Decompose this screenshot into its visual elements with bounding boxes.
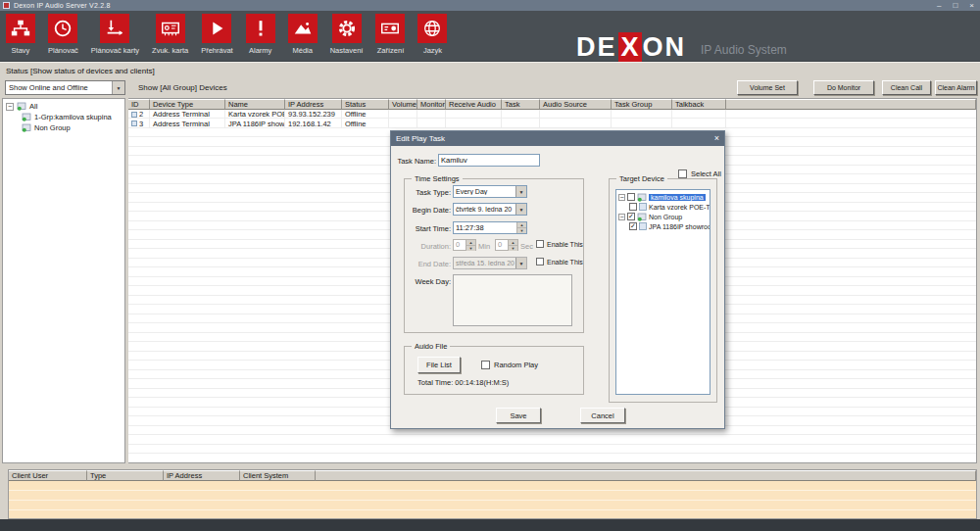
media-icon: [288, 14, 318, 43]
brand-subtitle: IP Audio System: [701, 43, 787, 57]
column-header[interactable]: Type: [87, 470, 164, 481]
toolbar-button-zvuk-karta[interactable]: Zvuk. karta: [150, 14, 190, 55]
week-day-listbox[interactable]: [453, 274, 572, 326]
spin-down-icon[interactable]: ▼: [517, 228, 526, 233]
cell-ip: 192.168.1.42: [285, 120, 342, 129]
target-device-legend: Target Device: [616, 174, 667, 183]
tree-item-all[interactable]: − All: [6, 101, 124, 112]
target-tree-item[interactable]: Karta vzorek POE-T2: [618, 202, 710, 212]
cancel-button[interactable]: Cancel: [580, 408, 625, 423]
column-header[interactable]: Audio Source: [540, 99, 612, 110]
volume-set-button[interactable]: Volume Set: [737, 80, 798, 95]
time-spinner[interactable]: ▲▼: [516, 222, 526, 233]
column-header[interactable]: Task Group: [612, 99, 672, 110]
table-row[interactable]: 3 Address Terminal JPA 1186IP showroom 1…: [128, 120, 976, 129]
chevron-down-icon[interactable]: ▼: [112, 81, 124, 94]
group-icon: [22, 113, 31, 121]
maximize-icon[interactable]: □: [953, 1, 957, 11]
toolbar-button-planovac-karty[interactable]: Plánovač karty: [89, 14, 141, 55]
checkbox-icon[interactable]: [678, 169, 687, 178]
duration-sec-stepper: 0 ▲▼: [495, 239, 518, 251]
dialog-title-bar[interactable]: Edit Play Task ×: [391, 131, 724, 146]
group-tree-panel: − All 1-Grp:kamilova skupina Non Group: [2, 98, 125, 463]
start-time-field[interactable]: 11:27:38 ▲▼: [453, 221, 527, 234]
column-header[interactable]: IP Address: [164, 470, 240, 481]
do-monitor-button[interactable]: Do Monitor: [813, 80, 874, 95]
sound-card-icon: [156, 14, 185, 43]
target-tree-label: Non Group: [649, 214, 682, 220]
column-header[interactable]: Receive Audio: [446, 99, 502, 110]
toolbar-button-zarizeni[interactable]: Zařízení: [373, 14, 407, 55]
save-button[interactable]: Save: [496, 408, 541, 423]
start-time-value: 11:27:38: [454, 223, 516, 232]
toolbar-label: Stavy: [12, 46, 30, 55]
chevron-down-icon[interactable]: ▼: [515, 204, 526, 215]
checkbox-icon[interactable]: [627, 193, 635, 201]
column-header[interactable]: Name: [225, 99, 285, 110]
enable-this-label: Enable This: [547, 241, 583, 248]
column-header[interactable]: Monitor: [417, 99, 446, 110]
column-header[interactable]: Status: [342, 99, 389, 110]
collapse-icon[interactable]: −: [618, 194, 625, 201]
toolbar-button-media[interactable]: Média: [286, 14, 319, 55]
column-header[interactable]: Volume: [389, 99, 417, 110]
chevron-down-icon[interactable]: ▼: [515, 186, 526, 197]
clean-call-button[interactable]: Clean Call: [882, 80, 931, 95]
minimize-icon[interactable]: –: [937, 1, 941, 11]
begin-date-select[interactable]: čtvrtek 9. ledna 20 ▼: [453, 203, 527, 216]
target-tree-item[interactable]: − kamilova skupina: [618, 192, 710, 202]
checkbox-icon[interactable]: [481, 361, 490, 369]
column-header[interactable]: IP Address: [285, 99, 342, 110]
column-header[interactable]: Client User: [9, 470, 87, 481]
column-header[interactable]: Device Type: [150, 99, 225, 110]
collapse-icon[interactable]: −: [6, 103, 14, 111]
toolbar-button-alarmy[interactable]: Alarmy: [244, 14, 277, 55]
checkbox-checked-icon[interactable]: ✓: [629, 222, 637, 230]
enable-this-label: Enable This: [547, 259, 583, 266]
end-date-select: středa 15. ledna 20 ▼: [453, 257, 527, 269]
audio-file-legend: Auido File: [412, 342, 450, 351]
checkbox-icon[interactable]: [536, 240, 544, 248]
toolbar-button-planovac[interactable]: Plánovač: [46, 14, 80, 55]
group-icon: [17, 102, 26, 111]
toolbar-button-jazyk[interactable]: Jazyk: [416, 14, 449, 55]
end-date-value: středa 15. ledna 20: [454, 260, 515, 266]
table-row[interactable]: 2 Address Terminal Karta vzorek POE-T2 9…: [128, 110, 976, 120]
device-table-header: ID Device Type Name IP Address Status Vo…: [128, 99, 976, 110]
toolbar-button-nastaveni[interactable]: Nastavení: [328, 14, 366, 55]
bottom-bar: [0, 519, 980, 531]
tree-item-group[interactable]: 1-Grp:kamilova skupina: [22, 112, 124, 122]
toolbar-label: Zvuk. karta: [152, 46, 188, 55]
column-header[interactable]: Task: [502, 99, 540, 110]
column-header-filler: [316, 470, 976, 481]
task-type-select[interactable]: Every Day ▼: [453, 185, 527, 198]
target-device-tree: − kamilova skupina Karta vzorek POE-T2 −…: [615, 189, 710, 395]
toolbar: Stavy Plánovač Plánovač karty Zvuk. kart…: [0, 11, 980, 62]
toolbar-button-stavy[interactable]: Stavy: [4, 14, 37, 55]
checkbox-icon[interactable]: [536, 258, 544, 266]
target-tree-item[interactable]: ✓ JPA 1186IP showroom: [618, 221, 710, 231]
collapse-icon[interactable]: −: [618, 214, 625, 220]
target-tree-label: JPA 1186IP showroom: [649, 223, 710, 230]
checkbox-checked-icon[interactable]: ✓: [627, 213, 635, 220]
task-name-input[interactable]: [438, 154, 540, 167]
file-list-button[interactable]: File List: [417, 357, 461, 373]
clean-alarm-button[interactable]: Clean Alarm: [935, 80, 977, 95]
checkbox-icon[interactable]: [629, 203, 637, 211]
random-play-checkbox[interactable]: Random Play: [481, 361, 538, 369]
toolbar-button-prehravat[interactable]: Přehrávat: [199, 14, 235, 55]
column-header[interactable]: Talkback: [672, 99, 726, 110]
column-header[interactable]: Client System: [240, 470, 316, 481]
duration-enable-checkbox[interactable]: Enable This: [536, 240, 583, 248]
target-tree-item[interactable]: − ✓ Non Group: [618, 212, 710, 221]
close-icon[interactable]: ×: [969, 1, 974, 11]
brand-logo: DEXON IP Audio System: [576, 32, 787, 62]
select-all-checkbox[interactable]: Select All: [678, 169, 721, 178]
cell-name: Karta vzorek POE-T2: [225, 110, 285, 120]
column-header[interactable]: ID: [128, 99, 150, 110]
close-icon[interactable]: ×: [714, 131, 719, 146]
tree-item-label: 1-Grp:kamilova skupina: [34, 113, 112, 121]
end-date-enable-checkbox[interactable]: Enable This: [536, 258, 583, 266]
tree-item-nongroup[interactable]: Non Group: [22, 122, 124, 133]
online-filter-select[interactable]: Show Online and Offline ▼: [5, 80, 125, 95]
